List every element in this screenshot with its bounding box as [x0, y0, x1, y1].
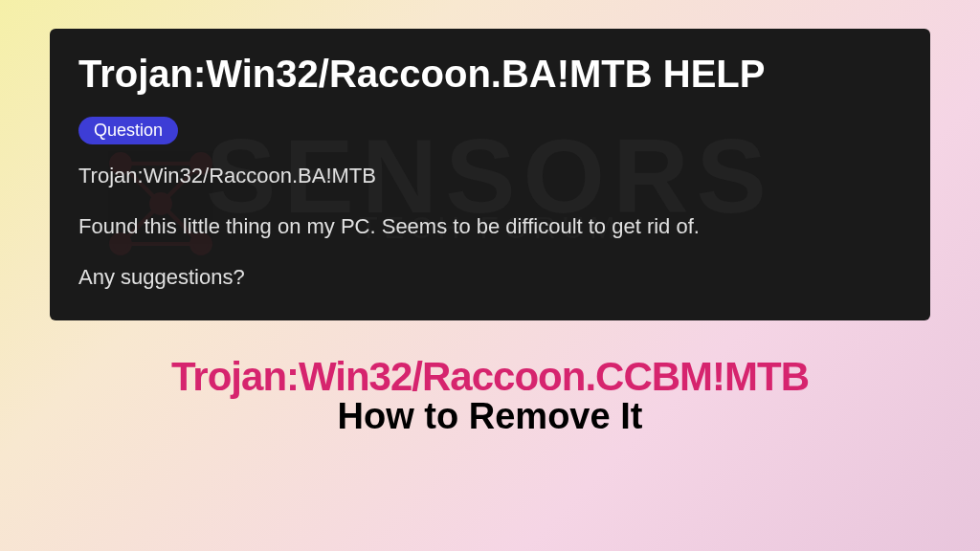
forum-post-panel: SENSORS TECH FORUM Trojan:Win32/Raccoon.… [50, 29, 930, 320]
question-badge: Question [78, 117, 178, 144]
caption-sub: How to Remove It [171, 396, 809, 437]
forum-body: Trojan:Win32/Raccoon.BA!MTB Found this l… [78, 162, 902, 292]
caption-main: Trojan:Win32/Raccoon.CCBM!MTB [171, 354, 809, 400]
forum-line-2: Found this little thing on my PC. Seems … [78, 212, 902, 242]
article-caption: Trojan:Win32/Raccoon.CCBM!MTB How to Rem… [171, 354, 809, 437]
forum-line-3: Any suggestions? [78, 263, 902, 293]
forum-title: Trojan:Win32/Raccoon.BA!MTB HELP [78, 53, 902, 96]
forum-line-1: Trojan:Win32/Raccoon.BA!MTB [78, 162, 902, 191]
